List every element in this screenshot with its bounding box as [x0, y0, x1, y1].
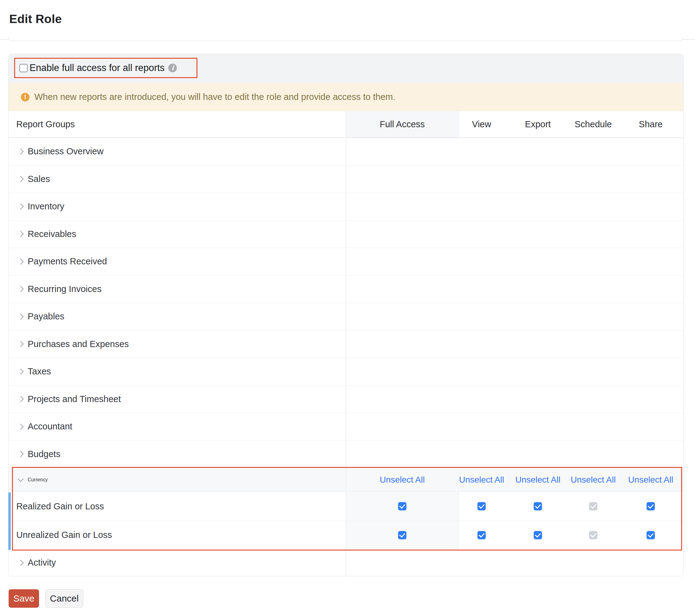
- column-header-export: Export: [525, 119, 551, 130]
- full-access-toggle-section: Enable full access for all reports i: [9, 54, 683, 83]
- checkbox-view[interactable]: [478, 531, 486, 539]
- group-label: Currency: [28, 477, 48, 483]
- cancel-button[interactable]: Cancel: [45, 589, 83, 608]
- column-header-share: Share: [639, 119, 662, 130]
- chevron-right-icon: [18, 313, 24, 320]
- chevron-right-icon: [18, 231, 24, 237]
- info-icon[interactable]: i: [168, 64, 177, 72]
- group-label: Purchases and Expenses: [28, 339, 129, 349]
- chevron-right-icon: [18, 451, 24, 457]
- edit-role-page: Edit Role Enable full access for all rep…: [0, 0, 695, 616]
- chevron-right-icon: [18, 341, 24, 347]
- enable-full-access-label: Enable full access for all reports: [30, 63, 165, 73]
- unselect-all-view[interactable]: Unselect All: [459, 475, 504, 485]
- checkbox-share[interactable]: [647, 531, 655, 539]
- unselect-all-schedule[interactable]: Unselect All: [571, 475, 616, 485]
- checkbox-schedule: [589, 531, 597, 539]
- group-label: Accountant: [28, 422, 72, 431]
- report-permissions-card: Enable full access for all reports i ! W…: [8, 54, 684, 576]
- report-label: Realized Gain or Loss: [16, 501, 104, 512]
- report-label: Unrealized Gain or Loss: [16, 530, 112, 540]
- chevron-right-icon: [18, 149, 24, 155]
- chevron-right-icon: [18, 560, 24, 566]
- group-label: Payments Received: [28, 256, 107, 267]
- group-label: Business Overview: [28, 146, 104, 156]
- group-label: Payables: [28, 311, 64, 322]
- page-title: Edit Role: [9, 12, 62, 26]
- column-header-view: View: [472, 119, 491, 130]
- checkbox-export[interactable]: [534, 502, 542, 511]
- checkbox-view[interactable]: [478, 502, 486, 511]
- full-access-highlight-box: Enable full access for all reports i: [14, 58, 198, 78]
- column-divider: [346, 111, 346, 576]
- unselect-all-share[interactable]: Unselect All: [628, 475, 673, 485]
- unselect-all-full-access[interactable]: Unselect All: [380, 475, 425, 485]
- group-label: Recurring Invoices: [28, 284, 101, 294]
- checkbox-schedule: [589, 502, 597, 511]
- report-groups-header: Report Groups: [16, 119, 75, 130]
- chevron-right-icon: [18, 204, 24, 210]
- column-header-schedule: Schedule: [575, 119, 612, 130]
- unselect-all-export[interactable]: Unselect All: [515, 475, 560, 485]
- checkbox-share[interactable]: [647, 502, 655, 511]
- notice-text: When new reports are introduced, you wil…: [34, 92, 395, 102]
- chevron-right-icon: [18, 396, 24, 402]
- chevron-right-icon: [18, 369, 24, 375]
- enable-full-access-checkbox[interactable]: [19, 64, 28, 72]
- group-label: Taxes: [28, 366, 51, 377]
- group-label: Activity: [28, 558, 56, 568]
- new-reports-notice: ! When new reports are introduced, you w…: [9, 83, 683, 111]
- checkbox-full-access[interactable]: [398, 531, 407, 539]
- checkbox-full-access[interactable]: [398, 502, 407, 511]
- chevron-down-icon: [18, 476, 24, 482]
- selected-rows-indicator: [8, 493, 11, 550]
- chevron-right-icon: [18, 424, 24, 430]
- save-button[interactable]: Save: [9, 589, 39, 608]
- group-label: Projects and Timesheet: [28, 394, 121, 404]
- group-label: Inventory: [28, 201, 64, 211]
- warning-icon: !: [21, 93, 30, 101]
- group-label: Receivables: [28, 229, 76, 239]
- previous-section-edge: [8, 36, 684, 41]
- chevron-right-icon: [18, 176, 24, 182]
- column-header-full-access: Full Access: [380, 119, 425, 130]
- chevron-right-icon: [18, 286, 24, 292]
- chevron-right-icon: [18, 258, 24, 265]
- group-label: Budgets: [28, 449, 60, 459]
- checkbox-export[interactable]: [534, 531, 542, 539]
- group-label: Sales: [28, 174, 50, 184]
